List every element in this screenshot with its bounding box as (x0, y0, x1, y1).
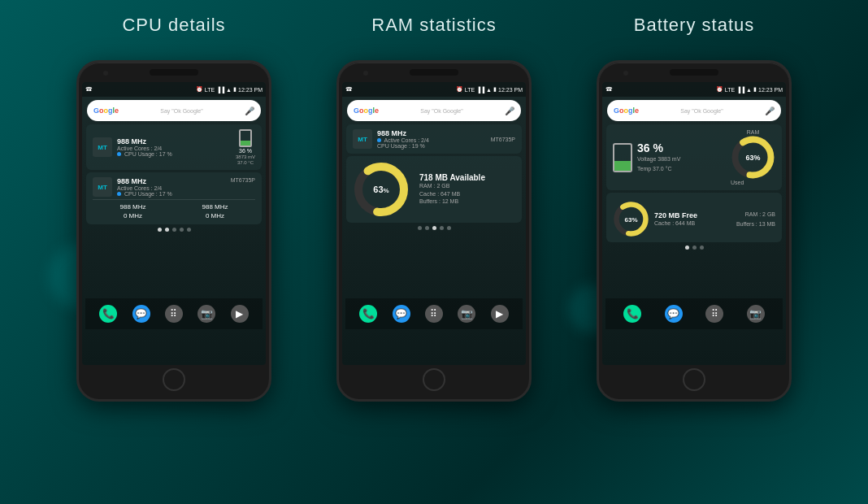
lte-label-3: LTE (725, 87, 735, 93)
cpu-grid-item-1: 988 MHz (175, 203, 255, 211)
phone-frame-2: ☎ ⏰ LTE ▐▐ ▲ ▮ 12:23 PM Google Say "Ok G… (336, 60, 532, 402)
wifi-icon-3: ▲ (746, 87, 752, 93)
cpu-cores-2: Active Cores : 2/4 (117, 185, 172, 191)
home-btn-3[interactable] (683, 368, 705, 391)
battery-pct-1: 36 % (239, 148, 252, 154)
cpu-section-title: CPU details (56, 15, 292, 36)
small-donut-batt: 63% (613, 201, 649, 237)
dot-1-1 (165, 228, 169, 232)
ram-buffers-phone2: Buffers : 12 MB (419, 198, 515, 206)
status-bar-3: ☎ ⏰ LTE ▐▐ ▲ ▮ 12:23 PM (602, 82, 786, 97)
dock-apps-3[interactable]: ⠿ (705, 305, 723, 323)
cpu-grid-item-0: 988 MHz (93, 203, 173, 211)
dock-apps-1[interactable]: ⠿ (165, 305, 183, 323)
bottom-info-batt: 720 MB Free Cache : 644 MB (654, 211, 731, 228)
google-logo-3: Google (614, 106, 639, 115)
time-3: 12:23 PM (758, 87, 783, 93)
ram-donut-battery-screen: RAM 63% Used (731, 129, 775, 185)
status-bar-1: ☎ ⏰ LTE ▐▐ ▲ ▮ 12:23 PM (82, 82, 266, 97)
cpu-usage-1: CPU Usage : 17 % (117, 151, 231, 157)
ram-gb-phone2: RAM : 2 GB (419, 182, 515, 190)
cpu-cores-phone2: Active Cores : 2/4 (377, 137, 429, 143)
dock-cam-1[interactable]: 📷 (197, 305, 215, 323)
battery-icon-lg (613, 143, 632, 172)
dock-msg-1[interactable]: 💬 (132, 305, 150, 323)
dock-cam-3[interactable]: 📷 (747, 305, 765, 323)
dot-2-1 (425, 226, 429, 230)
dot-1-4 (187, 228, 191, 232)
dock-play-1[interactable]: ▶ (231, 305, 249, 323)
dock-2: 📞 💬 ⠿ 📷 ▶ (345, 298, 523, 329)
cpu-usage-phone2: CPU Usage : 19 % (377, 143, 429, 149)
dot-2-3 (440, 226, 444, 230)
mic-icon-2: 🎤 (505, 106, 514, 115)
dock-phone-1[interactable]: 📞 (99, 305, 117, 323)
google-logo-2: Google (354, 106, 379, 115)
signal-icon-2: ▐▐ (476, 87, 484, 93)
battery-details-voltage: Voltage 3883 mV (637, 154, 726, 163)
dock-cam-2[interactable]: 📷 (458, 305, 475, 323)
ram-donut-batt: 63% (731, 135, 775, 180)
cpu-usage-2: CPU Usage : 17 % (117, 191, 172, 197)
dock-msg-3[interactable]: 💬 (665, 305, 683, 323)
battery-fill-lg (614, 161, 631, 171)
dock-msg-2[interactable]: 💬 (393, 305, 410, 323)
ram-available-phone2: 718 MB Available (419, 173, 515, 182)
battery-pct-lg: 36 % (637, 141, 726, 154)
dock-phone-3[interactable]: 📞 (623, 305, 641, 323)
alarm-icon-2: ⏰ (456, 86, 463, 93)
search-bar-1[interactable]: Google Say "Ok Google" 🎤 (87, 100, 261, 121)
cpu-freq-2: 988 MHz (117, 177, 172, 185)
phone-3: ☎ ⏰ LTE ▐▐ ▲ ▮ 12:23 PM Google Say "Ok G… (576, 60, 812, 402)
battery-bottom-widget: 63% 720 MB Free Cache : 644 MB RAM : 2 G… (606, 193, 782, 242)
ram-right-batt: RAM : 2 GB (736, 210, 775, 219)
search-bar-2[interactable]: Google Say "Ok Google" 🎤 (347, 100, 521, 121)
dot-1-2 (172, 228, 176, 232)
cpu-freq-1: 988 MHz (117, 137, 231, 146)
dots-3 (602, 245, 786, 250)
phone-frame-3: ☎ ⏰ LTE ▐▐ ▲ ▮ 12:23 PM Google Say "Ok G… (597, 60, 792, 402)
phone-screen-2: ☎ ⏰ LTE ▐▐ ▲ ▮ 12:23 PM Google Say "Ok G… (342, 82, 526, 365)
mic-icon-3: 🎤 (765, 106, 775, 115)
time-1: 12:23 PM (238, 87, 263, 93)
alarm-icon-1: ⏰ (196, 86, 203, 93)
home-btn-2[interactable] (423, 368, 445, 391)
dock-play-2[interactable]: ▶ (491, 305, 509, 323)
mt-logo-1: MT (93, 137, 112, 157)
cpu-dot-2 (117, 192, 121, 196)
search-bar-3[interactable]: Google Say "Ok Google" 🎤 (607, 100, 781, 121)
dot-3-2 (700, 245, 704, 250)
dot-1-3 (180, 228, 184, 232)
mt-logo-phone2: MT (353, 129, 372, 149)
ram-widget-phone2: 63% 718 MB Available RAM : 2 GB Cache : … (346, 156, 522, 223)
signal-icon-1: ▐▐ (216, 87, 224, 93)
cpu-info-phone2: 988 MHz Active Cores : 2/4 CPU Usage : 1… (377, 129, 515, 149)
used-label-battery: Used (731, 180, 775, 185)
dot-3-0 (685, 245, 689, 250)
cpu-widget-phone2: MT 988 MHz Active Cores : 2/4 CPU Usage (346, 124, 522, 154)
buffers-right-batt: Buffers : 13 MB (736, 219, 775, 228)
battery-status-icon-3: ▮ (753, 86, 757, 93)
cpu-widget-1: MT 988 MHz Active Cores : 2/4 CPU Usage … (86, 124, 262, 170)
dot-3-1 (692, 245, 697, 250)
dot-1-0 (158, 228, 162, 232)
battery-top-widget: 36 % Voltage 3883 mV Temp 37.0 °C RAM (606, 124, 782, 190)
cache-batt: Cache : 644 MB (654, 219, 731, 228)
dots-1 (82, 228, 266, 232)
battery-voltage-1: 3873 mV (236, 154, 255, 159)
cpu-freq-phone2: 988 MHz (377, 129, 429, 137)
free-label-batt: 720 MB Free (654, 211, 731, 219)
dock-apps-2[interactable]: ⠿ (425, 305, 443, 323)
ram-donut-center-batt: 63% (745, 154, 760, 162)
battery-mini-1: 36 % 3873 mV 37.0 °C (236, 129, 255, 165)
battery-temp-1: 37.0 °C (237, 160, 254, 165)
dot-2-2 (432, 226, 436, 230)
wifi-icon-2: ▲ (486, 87, 492, 93)
home-btn-1[interactable] (163, 368, 185, 391)
cpu-dot-1 (117, 152, 121, 156)
status-icons-left-1: ☎ (85, 86, 93, 93)
ram-cache-phone2: Cache : 647 MB (419, 190, 515, 198)
right-info-batt: RAM : 2 GB Buffers : 13 MB (736, 210, 775, 228)
dock-phone-2[interactable]: 📞 (359, 305, 377, 323)
dock-1: 📞 💬 ⠿ 📷 ▶ (85, 298, 263, 329)
